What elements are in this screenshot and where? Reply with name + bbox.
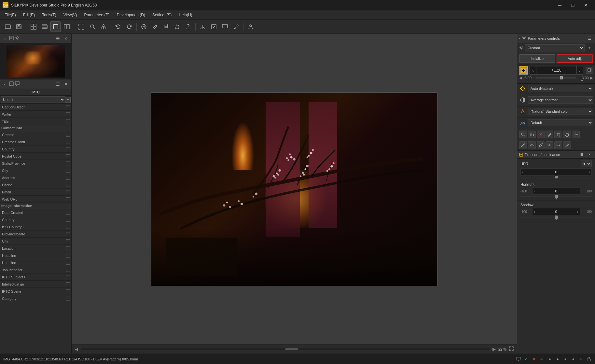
- statusbar-x-icon[interactable]: ✕: [531, 356, 537, 362]
- scroll-right-button[interactable]: ▶: [492, 347, 496, 352]
- tool-tools2-button[interactable]: [563, 141, 571, 149]
- iptc-provincestate-dot[interactable]: [66, 232, 70, 236]
- tool-x-button[interactable]: ✕: [537, 131, 545, 138]
- iptc-stateprovince-dot[interactable]: [66, 161, 70, 165]
- hdr-slider-container[interactable]: ‹ 0 ›: [520, 168, 592, 175]
- iptc-iptcsubject-dot[interactable]: [66, 275, 70, 279]
- exposure-close-button[interactable]: ✕: [586, 151, 593, 158]
- params-collapse-button[interactable]: ‹: [519, 36, 520, 41]
- menu-settings[interactable]: Settings(S): [149, 11, 175, 19]
- tb-batch-button[interactable]: [209, 21, 219, 32]
- ev-icon[interactable]: [519, 66, 528, 75]
- left-panel-back-button[interactable]: ‹: [2, 35, 8, 41]
- tb-tool-button[interactable]: [231, 21, 241, 32]
- tb-grid-view-button[interactable]: [28, 21, 39, 32]
- iptc-city1-dot[interactable]: [66, 169, 70, 173]
- menu-development[interactable]: Development(D): [114, 11, 148, 19]
- noise-select[interactable]: Default: [528, 119, 593, 126]
- thumbnail-panel-menu-button[interactable]: ☰: [54, 35, 62, 42]
- ev-slider-handle[interactable]: [560, 76, 563, 79]
- shadow-value-container[interactable]: ‹ 0 ›: [532, 208, 580, 215]
- iptc-intellectualgenre-dot[interactable]: [66, 282, 70, 286]
- params-menu-button[interactable]: ☰: [586, 35, 593, 42]
- iptc-filter-dropdown[interactable]: Unedit: [1, 96, 65, 103]
- iptc-iptcscene-dot[interactable]: [66, 289, 70, 293]
- expand-button[interactable]: [509, 346, 514, 352]
- tb-warning-button[interactable]: [98, 21, 109, 32]
- iptc-panel-back-btn[interactable]: ‹: [2, 81, 8, 87]
- iptc-creator-dot[interactable]: [66, 133, 70, 137]
- iptc-creator-jobtitle-dot[interactable]: [66, 140, 70, 144]
- statusbar-undo-icon[interactable]: ↩: [578, 356, 584, 362]
- menu-tools[interactable]: Tools(T): [39, 11, 59, 19]
- iptc-email-dot[interactable]: [66, 190, 70, 194]
- contrast-select[interactable]: Average contrast: [528, 96, 593, 104]
- tool-rotate-button[interactable]: [563, 131, 571, 138]
- statusbar-arrow-icon[interactable]: ↩: [539, 356, 545, 362]
- minimize-button[interactable]: ─: [553, 0, 566, 10]
- iptc-headline1-dot[interactable]: [66, 254, 70, 258]
- initialize-button[interactable]: Initialize: [519, 54, 555, 63]
- iptc-writer-dot[interactable]: [66, 112, 70, 116]
- ev-slider-track[interactable]: [536, 77, 576, 78]
- menu-parameters[interactable]: Parameters(P): [81, 11, 113, 19]
- ev-slider-left-button[interactable]: ◀: [519, 76, 522, 80]
- ev-increase-button[interactable]: ›: [576, 66, 583, 75]
- iptc-address-dot[interactable]: [66, 176, 70, 180]
- tool-crop-button[interactable]: [554, 131, 562, 138]
- tb-open-button[interactable]: [3, 21, 13, 32]
- tb-rotate-button[interactable]: [172, 21, 182, 32]
- menu-file[interactable]: File(F): [1, 11, 19, 19]
- iptc-location-dot[interactable]: [66, 246, 70, 250]
- iptc-panel-close-button[interactable]: ✕: [62, 80, 69, 88]
- tb-export-button[interactable]: [183, 21, 193, 32]
- tool-fliph-button[interactable]: [554, 141, 562, 149]
- statusbar-check-icon[interactable]: ✓: [523, 356, 529, 362]
- iptc-postalcode-dot[interactable]: [66, 154, 70, 158]
- tb-undo-button[interactable]: [113, 21, 123, 32]
- tool-fish-button[interactable]: [528, 141, 536, 149]
- scroll-left-button[interactable]: ◀: [75, 347, 78, 352]
- iptc-isocountry-dot[interactable]: [66, 225, 70, 229]
- iptc-phone-dot[interactable]: [66, 183, 70, 187]
- tb-tone-button[interactable]: [161, 21, 171, 32]
- menu-edit[interactable]: Edit(E): [20, 11, 38, 19]
- iptc-panel-menu-button[interactable]: ☰: [54, 80, 62, 88]
- highlight-left-button[interactable]: ‹: [534, 189, 535, 193]
- tool-pen-button[interactable]: [537, 141, 545, 149]
- white-balance-select[interactable]: Auto (Natural): [528, 85, 593, 92]
- highlight-value-container[interactable]: ‹ 0 ›: [532, 188, 580, 195]
- iptc-city2-dot[interactable]: [66, 239, 70, 243]
- tool-settings2-button[interactable]: [572, 131, 580, 138]
- iptc-jobidentifier-dot[interactable]: [66, 268, 70, 272]
- tb-profile-button[interactable]: [245, 21, 256, 32]
- shadow-left-button[interactable]: ‹: [534, 210, 535, 214]
- params-preset-select[interactable]: Custom: [525, 44, 585, 51]
- ev-decrease-button[interactable]: ‹: [530, 66, 536, 75]
- highlight-right-button[interactable]: ›: [577, 189, 578, 193]
- hdr-select[interactable]: ▼: [581, 161, 592, 167]
- menu-view[interactable]: View(V): [60, 11, 80, 19]
- iptc-headline2-dot[interactable]: [66, 261, 70, 265]
- tool-brush-button[interactable]: [519, 141, 527, 149]
- tb-fullscreen-button[interactable]: [76, 21, 87, 32]
- tool-dot-button[interactable]: [546, 141, 553, 149]
- iptc-country-dot[interactable]: [66, 147, 70, 151]
- shadow-right-button[interactable]: ›: [577, 210, 578, 214]
- iptc-title-dot[interactable]: [66, 119, 70, 123]
- preset-add-button[interactable]: +: [586, 44, 593, 51]
- tb-monitor-button[interactable]: [220, 21, 230, 32]
- tb-edit-button[interactable]: [150, 21, 160, 32]
- auto-adj-button[interactable]: Auto adj.: [557, 54, 593, 63]
- maximize-button[interactable]: □: [566, 0, 579, 10]
- iptc-add-button[interactable]: +: [65, 97, 71, 103]
- thumbnail-panel-close-button[interactable]: ✕: [62, 35, 69, 42]
- tb-develop-button[interactable]: [139, 21, 149, 32]
- iptc-country2-dot[interactable]: [66, 218, 70, 222]
- hdr-left-button[interactable]: ‹: [522, 170, 523, 174]
- tb-import-button[interactable]: [198, 21, 208, 32]
- tb-zoom-button[interactable]: [87, 21, 98, 32]
- hdr-slider-handle[interactable]: [555, 176, 558, 178]
- menu-help[interactable]: Help(H): [175, 11, 195, 19]
- exposure-menu-button[interactable]: ☰: [578, 151, 585, 158]
